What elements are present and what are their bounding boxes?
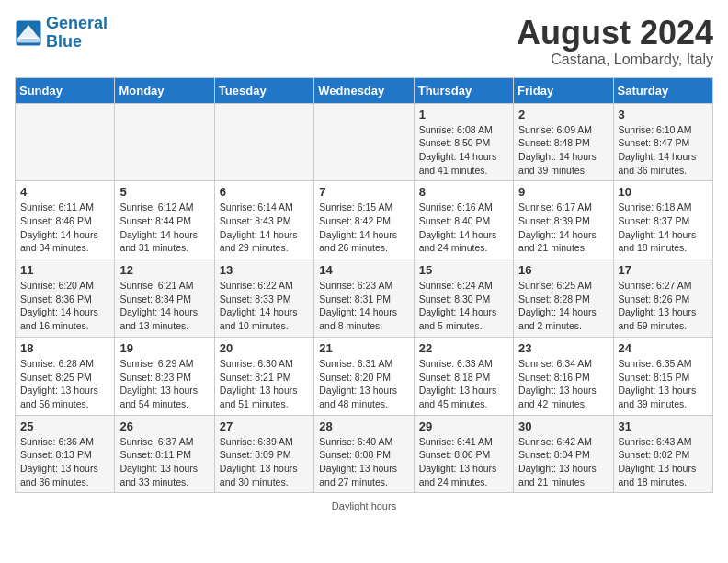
calendar-cell: 20Sunrise: 6:30 AM Sunset: 8:21 PM Dayli… (214, 337, 313, 415)
calendar-cell: 23Sunrise: 6:34 AM Sunset: 8:16 PM Dayli… (514, 337, 613, 415)
day-number: 9 (518, 185, 608, 199)
calendar-cell: 10Sunrise: 6:18 AM Sunset: 8:37 PM Dayli… (613, 181, 712, 259)
day-number: 19 (119, 341, 209, 355)
column-header-thursday: Thursday (414, 77, 513, 103)
logo-line2: Blue (46, 32, 82, 51)
column-header-saturday: Saturday (613, 77, 712, 103)
day-number: 10 (619, 185, 708, 199)
day-number: 17 (619, 263, 708, 277)
calendar-cell: 30Sunrise: 6:42 AM Sunset: 8:04 PM Dayli… (514, 415, 613, 493)
calendar-cell: 2Sunrise: 6:09 AM Sunset: 8:48 PM Daylig… (514, 103, 613, 181)
day-number: 16 (518, 263, 608, 277)
day-info: Sunrise: 6:35 AM Sunset: 8:15 PM Dayligh… (619, 357, 708, 411)
day-number: 25 (20, 419, 109, 433)
day-info: Sunrise: 6:24 AM Sunset: 8:30 PM Dayligh… (419, 279, 508, 333)
day-number: 31 (619, 419, 708, 433)
column-header-friday: Friday (514, 77, 613, 103)
day-info: Sunrise: 6:14 AM Sunset: 8:43 PM Dayligh… (220, 201, 309, 255)
page-header: General Blue August 2024 Castana, Lombar… (15, 15, 713, 68)
day-number: 13 (220, 263, 309, 277)
day-info: Sunrise: 6:34 AM Sunset: 8:16 PM Dayligh… (518, 357, 608, 411)
calendar-cell: 18Sunrise: 6:28 AM Sunset: 8:25 PM Dayli… (16, 337, 115, 415)
column-header-tuesday: Tuesday (214, 77, 313, 103)
day-info: Sunrise: 6:25 AM Sunset: 8:28 PM Dayligh… (518, 279, 608, 333)
calendar-cell: 21Sunrise: 6:31 AM Sunset: 8:20 PM Dayli… (314, 337, 414, 415)
day-number: 30 (518, 419, 608, 433)
day-info: Sunrise: 6:16 AM Sunset: 8:40 PM Dayligh… (419, 201, 508, 255)
day-number: 15 (419, 263, 508, 277)
footer-note: Daylight hours (15, 500, 713, 511)
calendar-cell: 27Sunrise: 6:39 AM Sunset: 8:09 PM Dayli… (214, 415, 313, 493)
calendar-week-1: 1Sunrise: 6:08 AM Sunset: 8:50 PM Daylig… (16, 103, 713, 181)
calendar-week-4: 18Sunrise: 6:28 AM Sunset: 8:25 PM Dayli… (16, 337, 713, 415)
day-info: Sunrise: 6:40 AM Sunset: 8:08 PM Dayligh… (319, 435, 408, 489)
calendar-title: August 2024 (517, 15, 713, 52)
calendar-cell: 15Sunrise: 6:24 AM Sunset: 8:30 PM Dayli… (414, 259, 513, 338)
day-info: Sunrise: 6:21 AM Sunset: 8:34 PM Dayligh… (119, 279, 209, 333)
day-info: Sunrise: 6:33 AM Sunset: 8:18 PM Dayligh… (419, 357, 508, 411)
calendar-week-3: 11Sunrise: 6:20 AM Sunset: 8:36 PM Dayli… (16, 259, 713, 338)
day-info: Sunrise: 6:23 AM Sunset: 8:31 PM Dayligh… (319, 279, 408, 333)
calendar-cell (115, 103, 214, 181)
day-info: Sunrise: 6:10 AM Sunset: 8:47 PM Dayligh… (619, 123, 708, 178)
calendar-cell (314, 103, 414, 181)
day-number: 27 (220, 419, 309, 433)
day-info: Sunrise: 6:11 AM Sunset: 8:46 PM Dayligh… (20, 201, 109, 255)
day-number: 5 (119, 185, 209, 199)
day-number: 6 (220, 185, 309, 199)
day-number: 14 (319, 263, 408, 277)
day-number: 4 (20, 185, 109, 199)
day-info: Sunrise: 6:41 AM Sunset: 8:06 PM Dayligh… (419, 435, 508, 489)
day-number: 26 (119, 419, 209, 433)
day-number: 2 (518, 108, 608, 121)
day-number: 12 (119, 263, 209, 277)
day-number: 1 (419, 108, 508, 121)
day-number: 29 (419, 419, 508, 433)
calendar-cell: 14Sunrise: 6:23 AM Sunset: 8:31 PM Dayli… (314, 259, 414, 338)
day-number: 22 (419, 341, 508, 355)
calendar-cell: 1Sunrise: 6:08 AM Sunset: 8:50 PM Daylig… (414, 103, 513, 181)
calendar-cell: 25Sunrise: 6:36 AM Sunset: 8:13 PM Dayli… (16, 415, 115, 493)
day-number: 18 (20, 341, 109, 355)
day-info: Sunrise: 6:30 AM Sunset: 8:21 PM Dayligh… (220, 357, 309, 411)
calendar-cell: 31Sunrise: 6:43 AM Sunset: 8:02 PM Dayli… (613, 415, 712, 493)
column-header-sunday: Sunday (16, 77, 115, 103)
column-header-wednesday: Wednesday (314, 77, 414, 103)
day-info: Sunrise: 6:22 AM Sunset: 8:33 PM Dayligh… (220, 279, 309, 333)
calendar-cell: 13Sunrise: 6:22 AM Sunset: 8:33 PM Dayli… (214, 259, 313, 338)
day-number: 11 (20, 263, 109, 277)
calendar-week-5: 25Sunrise: 6:36 AM Sunset: 8:13 PM Dayli… (16, 415, 713, 493)
calendar-cell: 7Sunrise: 6:15 AM Sunset: 8:42 PM Daylig… (314, 181, 414, 259)
day-info: Sunrise: 6:17 AM Sunset: 8:39 PM Dayligh… (518, 201, 608, 255)
day-info: Sunrise: 6:31 AM Sunset: 8:20 PM Dayligh… (319, 357, 408, 411)
calendar-cell: 9Sunrise: 6:17 AM Sunset: 8:39 PM Daylig… (514, 181, 613, 259)
day-number: 3 (619, 108, 708, 121)
calendar-subtitle: Castana, Lombardy, Italy (517, 52, 713, 68)
calendar-cell: 4Sunrise: 6:11 AM Sunset: 8:46 PM Daylig… (16, 181, 115, 259)
calendar-cell: 16Sunrise: 6:25 AM Sunset: 8:28 PM Dayli… (514, 259, 613, 338)
calendar-cell: 5Sunrise: 6:12 AM Sunset: 8:44 PM Daylig… (115, 181, 214, 259)
day-info: Sunrise: 6:29 AM Sunset: 8:23 PM Dayligh… (119, 357, 209, 411)
day-number: 8 (419, 185, 508, 199)
calendar-table: SundayMondayTuesdayWednesdayThursdayFrid… (15, 77, 713, 494)
day-number: 28 (319, 419, 408, 433)
day-info: Sunrise: 6:08 AM Sunset: 8:50 PM Dayligh… (419, 123, 508, 178)
calendar-cell: 3Sunrise: 6:10 AM Sunset: 8:47 PM Daylig… (613, 103, 712, 181)
calendar-header-row: SundayMondayTuesdayWednesdayThursdayFrid… (16, 77, 713, 103)
day-info: Sunrise: 6:27 AM Sunset: 8:26 PM Dayligh… (619, 279, 708, 333)
calendar-cell: 12Sunrise: 6:21 AM Sunset: 8:34 PM Dayli… (115, 259, 214, 338)
calendar-cell: 17Sunrise: 6:27 AM Sunset: 8:26 PM Dayli… (613, 259, 712, 338)
title-block: August 2024 Castana, Lombardy, Italy (517, 15, 713, 68)
logo-icon (15, 19, 42, 47)
calendar-cell: 24Sunrise: 6:35 AM Sunset: 8:15 PM Dayli… (613, 337, 712, 415)
day-info: Sunrise: 6:42 AM Sunset: 8:04 PM Dayligh… (518, 435, 608, 489)
day-number: 7 (319, 185, 408, 199)
logo-line1: General (46, 14, 108, 32)
calendar-week-2: 4Sunrise: 6:11 AM Sunset: 8:46 PM Daylig… (16, 181, 713, 259)
calendar-cell: 19Sunrise: 6:29 AM Sunset: 8:23 PM Dayli… (115, 337, 214, 415)
day-info: Sunrise: 6:18 AM Sunset: 8:37 PM Dayligh… (619, 201, 708, 255)
day-info: Sunrise: 6:15 AM Sunset: 8:42 PM Dayligh… (319, 201, 408, 255)
calendar-cell (16, 103, 115, 181)
column-header-monday: Monday (115, 77, 214, 103)
calendar-cell: 8Sunrise: 6:16 AM Sunset: 8:40 PM Daylig… (414, 181, 513, 259)
